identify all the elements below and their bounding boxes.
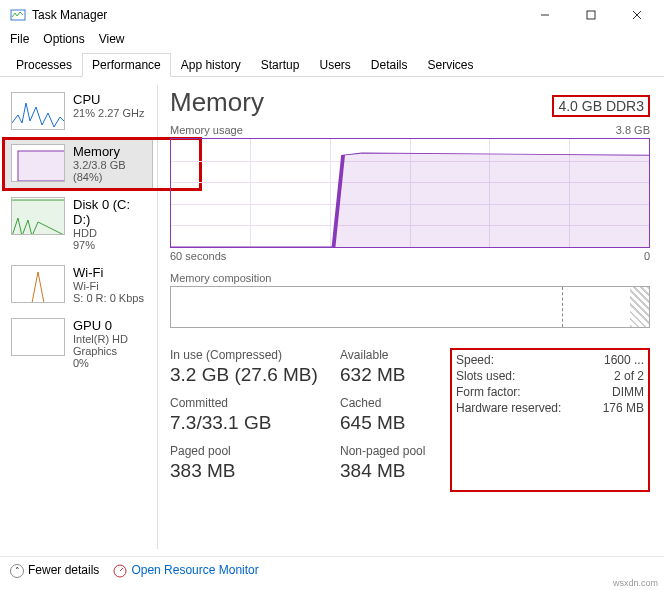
sidebar: CPU21% 2.27 GHz Memory3.2/3.8 GB (84%) D…	[0, 77, 157, 557]
sidebar-item-sub: 21% 2.27 GHz	[73, 107, 145, 119]
x-left: 60 seconds	[170, 250, 226, 262]
wifi-thumb-icon	[11, 265, 65, 303]
tab-strip: Processes Performance App history Startu…	[0, 52, 664, 77]
sidebar-item-gpu[interactable]: GPU 0Intel(R) HD Graphics0%	[4, 311, 153, 376]
available-label: Available	[340, 348, 430, 362]
sidebar-item-sub: HDD	[73, 227, 146, 239]
sidebar-item-sub: Wi-Fi	[73, 280, 144, 292]
slots-label: Slots used:	[456, 369, 515, 383]
fewer-details-label: Fewer details	[28, 563, 99, 577]
menu-bar: File Options View	[0, 30, 664, 52]
nonpaged-label: Non-paged pool	[340, 444, 430, 458]
resource-monitor-icon	[113, 564, 127, 578]
tab-users[interactable]: Users	[309, 53, 360, 77]
memory-composition-chart	[170, 286, 650, 328]
usage-max: 3.8 GB	[616, 124, 650, 136]
usage-label: Memory usage	[170, 124, 243, 136]
sidebar-item-sub: 0%	[73, 357, 146, 369]
tab-services[interactable]: Services	[418, 53, 484, 77]
sidebar-item-sub: 97%	[73, 239, 146, 251]
committed-value: 7.3/33.1 GB	[170, 412, 320, 434]
content-pane: Memory 4.0 GB DDR3 Memory usage 3.8 GB 6…	[158, 77, 664, 557]
form-label: Form factor:	[456, 385, 521, 399]
title-bar: Task Manager	[0, 0, 664, 30]
fewer-details-button[interactable]: ˄Fewer details	[10, 563, 99, 578]
minimize-button[interactable]	[522, 0, 568, 30]
specs-panel: Speed:1600 ... Slots used:2 of 2 Form fa…	[450, 348, 650, 492]
sidebar-item-sub: S: 0 R: 0 Kbps	[73, 292, 144, 304]
x-right: 0	[644, 250, 650, 262]
tab-performance[interactable]: Performance	[82, 53, 171, 77]
sidebar-item-memory[interactable]: Memory3.2/3.8 GB (84%)	[4, 137, 153, 190]
page-title: Memory	[170, 87, 264, 118]
in-use-value: 3.2 GB (27.6 MB)	[170, 364, 320, 386]
sidebar-item-sub: Intel(R) HD Graphics	[73, 333, 146, 357]
sidebar-item-wifi[interactable]: Wi-FiWi-FiS: 0 R: 0 Kbps	[4, 258, 153, 311]
cached-label: Cached	[340, 396, 430, 410]
sidebar-item-disk[interactable]: Disk 0 (C: D:)HDD97%	[4, 190, 153, 258]
gpu-thumb-icon	[11, 318, 65, 356]
committed-label: Committed	[170, 396, 320, 410]
resource-monitor-label: Open Resource Monitor	[131, 563, 258, 577]
paged-label: Paged pool	[170, 444, 320, 458]
tab-processes[interactable]: Processes	[6, 53, 82, 77]
cached-value: 645 MB	[340, 412, 430, 434]
memory-thumb-icon	[11, 144, 65, 182]
svg-rect-2	[587, 11, 595, 19]
hwres-label: Hardware reserved:	[456, 401, 561, 415]
composition-label: Memory composition	[170, 272, 271, 284]
sidebar-item-label: Memory	[73, 144, 146, 159]
slots-value: 2 of 2	[614, 369, 644, 383]
tab-details[interactable]: Details	[361, 53, 418, 77]
open-resource-monitor-link[interactable]: Open Resource Monitor	[113, 563, 258, 578]
footer: ˄Fewer details Open Resource Monitor	[0, 556, 664, 584]
available-value: 632 MB	[340, 364, 430, 386]
hwres-value: 176 MB	[603, 401, 644, 415]
sidebar-item-sub: 3.2/3.8 GB (84%)	[73, 159, 146, 183]
maximize-button[interactable]	[568, 0, 614, 30]
hw-spec: 4.0 GB DDR3	[552, 95, 650, 117]
svg-line-9	[120, 568, 123, 571]
menu-options[interactable]: Options	[43, 32, 84, 46]
form-value: DIMM	[612, 385, 644, 399]
sidebar-item-cpu[interactable]: CPU21% 2.27 GHz	[4, 85, 153, 137]
sidebar-item-label: Disk 0 (C: D:)	[73, 197, 146, 227]
svg-rect-6	[12, 200, 65, 235]
close-button[interactable]	[614, 0, 660, 30]
task-manager-icon	[10, 7, 26, 23]
disk-thumb-icon	[11, 197, 65, 235]
nonpaged-value: 384 MB	[340, 460, 430, 482]
tab-app-history[interactable]: App history	[171, 53, 251, 77]
speed-value: 1600 ...	[604, 353, 644, 367]
in-use-label: In use (Compressed)	[170, 348, 320, 362]
speed-label: Speed:	[456, 353, 494, 367]
sidebar-item-label: GPU 0	[73, 318, 146, 333]
sidebar-item-label: Wi-Fi	[73, 265, 144, 280]
svg-rect-5	[18, 151, 65, 181]
window-title: Task Manager	[32, 8, 522, 22]
memory-usage-chart	[170, 138, 650, 248]
cpu-thumb-icon	[11, 92, 65, 130]
branding: wsxdn.com	[613, 578, 658, 588]
chevron-up-icon: ˄	[10, 564, 24, 578]
menu-view[interactable]: View	[99, 32, 125, 46]
tab-startup[interactable]: Startup	[251, 53, 310, 77]
menu-file[interactable]: File	[10, 32, 29, 46]
paged-value: 383 MB	[170, 460, 320, 482]
sidebar-item-label: CPU	[73, 92, 145, 107]
